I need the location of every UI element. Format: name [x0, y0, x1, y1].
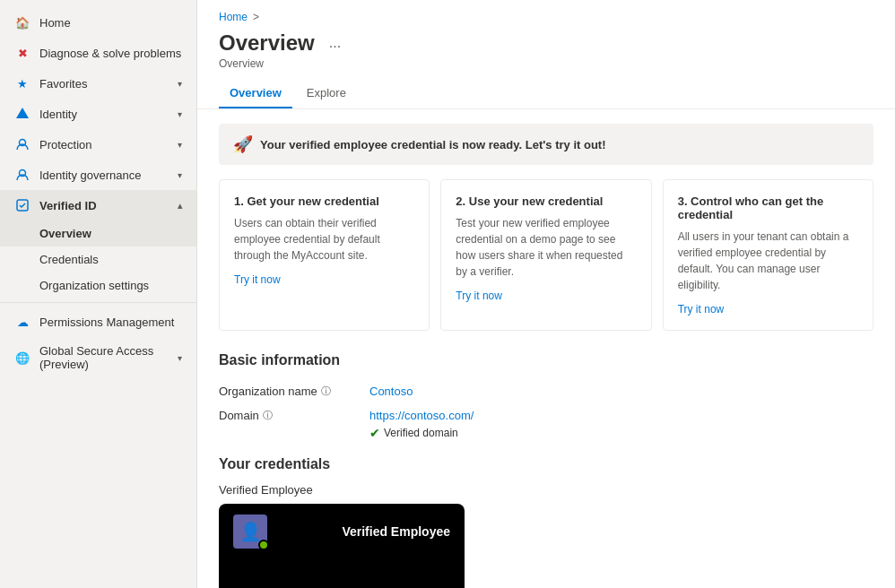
sidebar-item-identity[interactable]: Identity ▾ — [0, 99, 196, 129]
sidebar-item-label: Permissions Management — [39, 316, 182, 329]
tab-explore[interactable]: Explore — [296, 79, 357, 108]
page-subtitle: Overview — [197, 57, 895, 79]
domain-values: https://contoso.com/ ✔ Verified domain — [369, 409, 474, 440]
identity-icon — [14, 106, 30, 122]
verified-badge: ✔ Verified domain — [369, 426, 474, 440]
verified-id-icon — [14, 197, 30, 213]
credential-name: Verified Employee — [342, 524, 450, 539]
page-header: Overview ... — [197, 27, 895, 57]
card-control-credential: 3. Control who can get the credential Al… — [663, 179, 873, 331]
page-title: Overview — [219, 30, 315, 56]
chevron-down-icon: ▾ — [178, 353, 182, 363]
info-tooltip-icon[interactable]: ⓘ — [321, 385, 331, 398]
credential-avatar: 👤 — [233, 514, 267, 549]
info-tooltip-icon-2[interactable]: ⓘ — [263, 409, 273, 422]
card-title: 3. Control who can get the credential — [678, 195, 858, 221]
home-icon: 🏠 — [14, 14, 30, 30]
sidebar-sub-item-label: Overview — [39, 227, 91, 240]
info-row-domain: Domain ⓘ https://contoso.com/ ✔ Verified… — [197, 403, 895, 445]
cards-container: 1. Get your new credential Users can obt… — [219, 179, 873, 331]
identity-governance-icon — [14, 167, 30, 183]
credentials-section: Your credentials Verified Employee 👤 Ver… — [197, 456, 895, 588]
banner: 🚀 Your verified employee credential is n… — [219, 124, 873, 165]
sidebar-item-label: Identity — [39, 108, 169, 121]
globe-icon: 🌐 — [14, 350, 30, 366]
person-icon: 👤 — [239, 521, 262, 542]
basic-info-title: Basic information — [219, 352, 873, 368]
info-row-org-name: Organization name ⓘ Contoso — [197, 379, 895, 403]
breadcrumb-home[interactable]: Home — [219, 11, 248, 23]
chevron-down-icon: ▾ — [178, 140, 182, 150]
sidebar-sub-item-label: Organization settings — [39, 279, 149, 292]
credentials-title: Your credentials — [219, 456, 873, 472]
card-link-2[interactable]: Try it now — [456, 290, 502, 302]
org-name-value[interactable]: Contoso — [369, 385, 413, 398]
tabs-container: Overview Explore — [197, 79, 895, 109]
sidebar-item-favorites[interactable]: ★ Favorites ▾ — [0, 68, 196, 99]
sidebar-item-identity-governance[interactable]: Identity governance ▾ — [0, 160, 196, 190]
credential-card-top: 👤 Verified Employee — [233, 514, 450, 549]
sidebar-item-label: Global Secure Access (Preview) — [39, 344, 169, 371]
rocket-icon: 🚀 — [233, 134, 253, 154]
ellipsis-button[interactable]: ... — [324, 33, 346, 53]
sidebar-item-label: Verified ID — [39, 199, 169, 212]
diagnose-icon: ✖ — [14, 45, 30, 61]
card-link-3[interactable]: Try it now — [678, 303, 725, 316]
card-title: 1. Get your new credential — [234, 195, 414, 208]
sidebar-item-diagnose[interactable]: ✖ Diagnose & solve problems — [0, 38, 196, 68]
checkmark-icon: ✔ — [369, 426, 380, 440]
sidebar-item-protection[interactable]: Protection ▾ — [0, 129, 196, 160]
sidebar-item-label: Identity governance — [39, 169, 169, 182]
sidebar-item-label: Favorites — [39, 77, 169, 91]
sidebar-item-label: Home — [39, 16, 182, 30]
sidebar-sub-item-label: Credentials — [39, 253, 99, 266]
card-link-1[interactable]: Try it now — [234, 273, 281, 286]
sidebar-sub-item-credentials[interactable]: Credentials — [0, 246, 196, 272]
card-title: 2. Use your new credential — [456, 195, 636, 208]
card-get-credential: 1. Get your new credential Users can obt… — [219, 179, 430, 331]
verified-text: Verified domain — [384, 427, 458, 439]
protection-icon — [14, 136, 30, 152]
online-dot — [258, 540, 269, 550]
sidebar-sub-item-overview[interactable]: Overview — [0, 220, 196, 246]
sidebar-item-label: Diagnose & solve problems — [39, 47, 182, 60]
credential-type-label: Verified Employee — [219, 483, 873, 497]
card-use-credential: 2. Use your new credential Test your new… — [440, 179, 651, 331]
banner-text: Your verified employee credential is now… — [260, 138, 606, 151]
chevron-down-icon: ▾ — [178, 170, 182, 180]
card-body: Users can obtain their verified employee… — [234, 215, 414, 264]
sidebar-item-verified-id[interactable]: Verified ID ▴ — [0, 190, 196, 220]
sidebar-item-label: Protection — [39, 138, 169, 151]
main-content: Home > Overview ... Overview Overview Ex… — [197, 0, 895, 588]
card-body: All users in your tenant can obtain a ve… — [678, 229, 858, 293]
chevron-up-icon: ▴ — [178, 201, 182, 211]
star-icon: ★ — [14, 75, 30, 91]
org-name-label: Organization name ⓘ — [219, 385, 362, 398]
sidebar-item-home[interactable]: 🏠 Home — [0, 7, 196, 38]
breadcrumb-separator: > — [253, 11, 259, 23]
domain-label: Domain ⓘ — [219, 409, 362, 422]
sidebar-sub-item-org-settings[interactable]: Organization settings — [0, 272, 196, 298]
credential-card: 👤 Verified Employee Contoso — [219, 504, 465, 588]
cloud-icon: ☁ — [14, 314, 30, 330]
credential-card-inner: 👤 Verified Employee Contoso — [219, 504, 465, 588]
sidebar: 🏠 Home ✖ Diagnose & solve problems ★ Fav… — [0, 0, 197, 588]
breadcrumb: Home > — [197, 0, 895, 27]
chevron-down-icon: ▾ — [178, 109, 182, 119]
sidebar-item-permissions[interactable]: ☁ Permissions Management — [0, 307, 196, 337]
sidebar-divider — [0, 302, 196, 303]
tab-overview[interactable]: Overview — [219, 79, 292, 108]
svg-marker-0 — [16, 108, 29, 118]
domain-link[interactable]: https://contoso.com/ — [369, 409, 474, 422]
chevron-down-icon: ▾ — [178, 79, 182, 89]
card-body: Test your new verified employee credenti… — [456, 215, 636, 280]
sidebar-item-global-secure[interactable]: 🌐 Global Secure Access (Preview) ▾ — [0, 337, 196, 378]
